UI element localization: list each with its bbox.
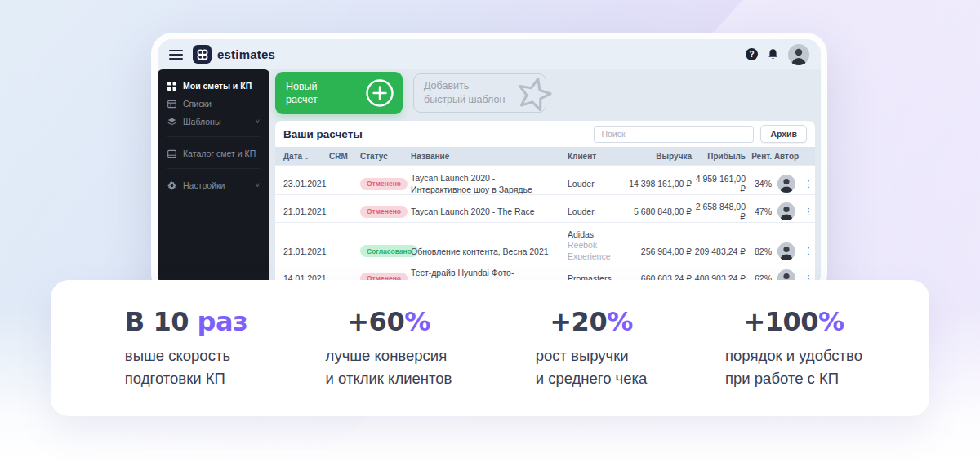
- sidebar-divider: [167, 136, 260, 144]
- author-avatar: [777, 242, 795, 260]
- hamburger-menu-icon[interactable]: [169, 50, 183, 60]
- cell-revenue: 5 680 848,00 ₽: [626, 200, 692, 223]
- brand[interactable]: estimates: [193, 45, 275, 64]
- sidebar-item-my-estimates[interactable]: Мои сметы и КП: [158, 77, 270, 95]
- column-header-client[interactable]: Клиент: [568, 152, 626, 161]
- app-window: estimates ?: [151, 33, 827, 295]
- row-menu-button[interactable]: ⋮: [801, 200, 815, 224]
- panel-title: Ваши расчеты: [283, 128, 363, 140]
- column-header-name[interactable]: Название: [411, 152, 568, 161]
- sidebar-divider: [167, 168, 260, 176]
- sidebar-item-catalog[interactable]: Каталог смет и КП: [158, 144, 270, 162]
- cell-crm: [329, 177, 360, 190]
- author-avatar: [777, 175, 795, 193]
- sidebar: Мои сметы и КП Списки Шаблоны ˅: [158, 69, 270, 289]
- actions-row: Новый расчет Добавить быстрый шаблон: [275, 72, 815, 114]
- calculations-panel: Ваши расчеты Архив Дата⌄ CRM Статус Назв…: [275, 121, 815, 289]
- cell-date: 23.01.2021: [283, 172, 329, 195]
- chevron-down-icon: ˅: [256, 118, 260, 126]
- panel-header: Ваши расчеты Архив: [275, 121, 815, 147]
- sidebar-item-label: Мои сметы и КП: [183, 81, 252, 91]
- table-row[interactable]: 23.01.2021 Отменено Taycan Launch 2020 -…: [275, 165, 815, 194]
- cell-client: Louder: [568, 172, 626, 195]
- stats-card: В 10 раз выше скоростьподготовки КП +60%…: [51, 280, 929, 416]
- column-header-date[interactable]: Дата⌄: [283, 152, 329, 161]
- table-row[interactable]: 21.01.2021 Отменено Taycan Launch 2020 -…: [275, 194, 815, 222]
- sidebar-item-label: Списки: [183, 99, 212, 109]
- sort-down-icon: ⌄: [304, 153, 310, 161]
- star-icon: [509, 69, 560, 119]
- new-calculation-label: Новый расчет: [286, 80, 333, 107]
- column-header-crm[interactable]: CRM: [329, 152, 360, 161]
- cell-crm: [329, 245, 360, 258]
- stat-value: +60%: [326, 306, 452, 337]
- layers-icon: [167, 118, 176, 127]
- status-badge: Отменено: [360, 178, 408, 190]
- stat-caption: лучше конверсияи отклик клиентов: [326, 344, 452, 390]
- gear-icon: [167, 181, 176, 190]
- author-avatar: [777, 202, 795, 220]
- brand-name: estimates: [217, 47, 275, 61]
- table-header: Дата⌄ CRM Статус Название Клиент Выручка…: [275, 147, 815, 165]
- stat-value: В 10 раз: [125, 306, 247, 337]
- column-header-status[interactable]: Статус: [360, 152, 411, 161]
- cell-margin: 34%: [746, 172, 772, 195]
- cell-client: Louder: [568, 200, 626, 223]
- plus-circle-icon: [364, 78, 395, 109]
- cell-crm: [329, 205, 360, 218]
- main-content: Новый расчет Добавить быстрый шаблон: [270, 69, 821, 289]
- stat-value: +100%: [725, 306, 862, 337]
- status-badge: Согласовано: [360, 245, 418, 257]
- estimates-logo-icon: [193, 45, 212, 64]
- sidebar-item-lists[interactable]: Списки: [158, 95, 270, 113]
- column-header-profit[interactable]: Прибыль: [692, 152, 746, 161]
- stat-value: +20%: [536, 306, 648, 337]
- stat-speed: В 10 раз выше скоростьподготовки КП: [125, 306, 247, 390]
- archive-button[interactable]: Архив: [760, 125, 807, 143]
- stat-revenue-growth: +20% рост выручкии среднего чека: [536, 306, 648, 390]
- add-quick-template-label: Добавить быстрый шаблон: [424, 79, 509, 107]
- column-header-revenue[interactable]: Выручка: [626, 152, 692, 161]
- sidebar-item-label: Шаблоны: [183, 117, 220, 127]
- stat-convenience: +100% порядок и удобствопри работе с КП: [725, 306, 862, 390]
- row-menu-button[interactable]: ⋮: [801, 172, 815, 196]
- help-icon[interactable]: ?: [746, 48, 758, 60]
- cell-date: 21.01.2021: [283, 200, 329, 223]
- column-header-author[interactable]: Автор: [772, 152, 801, 161]
- cell-name[interactable]: Taycan Launch 2020 - The Race: [411, 199, 568, 224]
- column-header-margin[interactable]: Рент.: [746, 152, 772, 161]
- stat-caption: рост выручкии среднего чека: [536, 344, 648, 390]
- topbar-right: ?: [746, 44, 809, 65]
- status-badge: Отменено: [360, 206, 408, 218]
- chevron-down-icon: ˅: [256, 182, 260, 189]
- list-icon: [167, 100, 176, 109]
- cell-margin: 47%: [746, 200, 772, 223]
- search-input[interactable]: [594, 126, 754, 143]
- sidebar-item-settings[interactable]: Настройки ˅: [158, 176, 270, 194]
- stat-caption: выше скоростьподготовки КП: [125, 344, 247, 390]
- new-calculation-button[interactable]: Новый расчет: [275, 72, 403, 114]
- user-avatar[interactable]: [788, 44, 809, 65]
- catalog-icon: [167, 149, 176, 158]
- sidebar-item-label: Настройки: [183, 180, 225, 190]
- table-row[interactable]: 21.01.2021 Согласовано Обновление контен…: [275, 222, 815, 260]
- stat-conversion: +60% лучше конверсияи отклик клиентов: [326, 306, 452, 390]
- stat-caption: порядок и удобствопри работе с КП: [725, 344, 862, 390]
- notifications-bell-icon[interactable]: [767, 48, 779, 60]
- sidebar-item-label: Каталог смет и КП: [183, 149, 256, 158]
- grid-icon: [167, 82, 176, 91]
- add-quick-template-button[interactable]: Добавить быстрый шаблон: [413, 73, 546, 113]
- app-frame: estimates ?: [158, 39, 821, 289]
- sidebar-item-templates[interactable]: Шаблоны ˅: [158, 113, 270, 131]
- top-bar: estimates ?: [158, 39, 821, 69]
- cell-revenue: 14 398 161,00 ₽: [626, 172, 692, 195]
